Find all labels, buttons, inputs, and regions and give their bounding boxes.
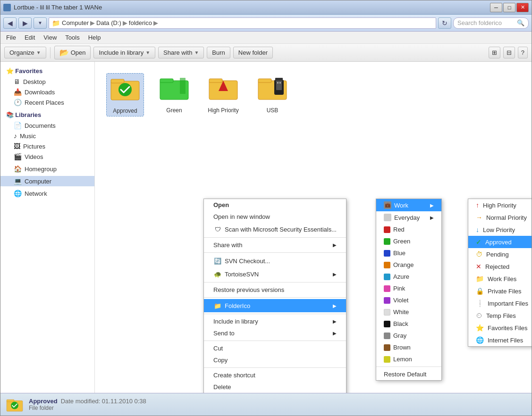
sub-brown[interactable]: Brown: [376, 341, 441, 353]
address-path[interactable]: 📁 Computer ▶ Data (D:) ▶ folderico ▶: [49, 17, 436, 29]
sub-azure[interactable]: Azure: [376, 271, 441, 283]
sub-everyday[interactable]: Everyday ▶: [376, 211, 441, 224]
forward-button[interactable]: ▶: [18, 17, 32, 29]
sub-white[interactable]: White: [376, 306, 441, 318]
back-button[interactable]: ◀: [3, 17, 17, 29]
sidebar-item-music[interactable]: ♪ Music: [0, 131, 94, 141]
sub-blue[interactable]: Blue: [376, 247, 441, 259]
sub-black[interactable]: Black: [376, 318, 441, 330]
pictures-icon: 🖼: [14, 142, 20, 150]
include-library-button[interactable]: Include in library ▼: [93, 47, 155, 58]
ctx-send-to[interactable]: Send to ▶: [204, 327, 346, 339]
sidebar-item-computer[interactable]: 💻 Computer: [0, 176, 94, 186]
folder-usb[interactable]: USB: [253, 73, 291, 116]
share-with-button[interactable]: Share with ▼: [158, 47, 204, 58]
open-button[interactable]: 📂 Open: [54, 46, 91, 59]
ctx-folderico[interactable]: 📁 FolderIco ▶: [204, 299, 346, 312]
title-bar-left: Lortbue - lil lil The taber 1 WANe: [3, 4, 102, 11]
sub2-favorites-files[interactable]: ⭐ Favorites Files: [468, 322, 532, 334]
sub-work[interactable]: 💼 Work ▶: [376, 199, 441, 211]
menu-help[interactable]: Help: [84, 33, 105, 42]
sidebar-item-network[interactable]: 🌐 Network: [0, 188, 94, 199]
path-computer[interactable]: Computer: [62, 19, 89, 26]
ctx-svn-checkout[interactable]: 🔄 SVN Checkout...: [204, 254, 346, 267]
sidebar-item-documents[interactable]: 📄 Documents: [0, 120, 94, 131]
new-folder-button[interactable]: New folder: [233, 47, 273, 58]
sidebar-item-pictures[interactable]: 🖼 Pictures: [0, 141, 94, 151]
menu-view[interactable]: View: [40, 33, 60, 42]
maximize-button[interactable]: □: [503, 3, 515, 12]
path-data[interactable]: Data (D:): [96, 19, 121, 26]
close-button[interactable]: ✕: [516, 3, 529, 12]
pictures-label: Pictures: [23, 143, 45, 150]
sub-pink[interactable]: Pink: [376, 283, 441, 294]
window: Lortbue - lil lil The taber 1 WANe ─ □ ✕…: [0, 0, 532, 416]
sidebar-item-desktop[interactable]: 🖥 Desktop: [0, 76, 94, 87]
svg-rect-10: [258, 79, 271, 83]
send-to-submenu-arrow: ▶: [333, 331, 337, 336]
pink-dot: [384, 285, 390, 292]
svg-rect-13: [276, 81, 282, 90]
svg-rect-1: [111, 79, 124, 83]
sub-lemon[interactable]: Lemon: [376, 353, 441, 365]
low-priority-icon: ↓: [476, 226, 479, 233]
burn-button[interactable]: Burn: [207, 47, 230, 58]
folder-approved-label: Approved: [113, 108, 137, 114]
app-icon: [3, 4, 11, 11]
organize-button[interactable]: Organize ▼: [4, 47, 46, 58]
folder-green[interactable]: Green: [155, 73, 193, 116]
sub-restore-default[interactable]: Restore Default: [376, 368, 441, 380]
sub2-important-files[interactable]: ❕ Important Files: [468, 297, 532, 309]
sub-gray[interactable]: Gray: [376, 330, 441, 341]
sub-violet[interactable]: Violet: [376, 294, 441, 306]
minimize-button[interactable]: ─: [490, 3, 502, 12]
internet-files-icon: 🌐: [476, 336, 484, 344]
sub-green[interactable]: Green: [376, 235, 441, 247]
view-options-button[interactable]: ⊞: [489, 47, 500, 58]
sub2-normal-priority[interactable]: → Normal Priority: [468, 211, 532, 224]
sidebar-item-downloads[interactable]: 📥 Downloads: [0, 87, 94, 97]
path-folderico[interactable]: folderico: [129, 19, 152, 26]
sub2-work-files[interactable]: 📁 Work Files: [468, 273, 532, 285]
ctx-scan[interactable]: 🛡 Scan with Microsoft Security Essential…: [204, 223, 346, 236]
sub2-approved[interactable]: ✓ Approved: [468, 236, 532, 248]
ctx-restore-versions[interactable]: Restore previous versions: [204, 284, 346, 296]
ctx-tortoisesvn[interactable]: 🐢 TortoiseSVN ▶: [204, 267, 346, 281]
ctx-include-library[interactable]: Include in library ▶: [204, 316, 346, 327]
menu-edit[interactable]: Edit: [21, 33, 39, 42]
sub-orange[interactable]: Orange: [376, 259, 441, 271]
ctx-sep-5: [204, 314, 346, 314]
sub2-internet-files[interactable]: 🌐 Internet Files: [468, 334, 532, 346]
folder-approved[interactable]: Approved: [106, 73, 144, 116]
menu-file[interactable]: File: [2, 33, 20, 42]
sub2-high-priority[interactable]: ↑ High Priority: [468, 199, 532, 211]
ctx-open[interactable]: Open: [204, 199, 346, 211]
sub2-private-files[interactable]: 🔒 Private Files: [468, 285, 532, 297]
ctx-copy[interactable]: Copy: [204, 354, 346, 366]
sidebar-item-videos[interactable]: 🎬 Videos: [0, 151, 94, 162]
folder-green-label: Green: [166, 107, 182, 114]
sub2-temp-files[interactable]: ⏲ Temp Files: [468, 309, 532, 322]
sub2-rejected[interactable]: ✕ Rejected: [468, 260, 532, 273]
ctx-open-new-window[interactable]: Open in new window: [204, 211, 346, 223]
help-button[interactable]: ?: [518, 47, 528, 58]
sub2-low-priority[interactable]: ↓ Low Priority: [468, 224, 532, 236]
favorites-heading[interactable]: ⭐ Favorites: [0, 66, 94, 76]
ctx-share-with[interactable]: Share with ▶: [204, 239, 346, 251]
refresh-button[interactable]: ↻: [438, 17, 451, 29]
sidebar-item-recent[interactable]: 🕐 Recent Places: [0, 97, 94, 108]
menu-tools[interactable]: Tools: [61, 33, 83, 42]
toolbar: Organize ▼ 📂 Open Include in library ▼ S…: [0, 44, 532, 62]
sub2-pending[interactable]: ⏱ Pending: [468, 248, 532, 260]
ctx-delete[interactable]: Delete: [204, 381, 346, 393]
red-dot: [384, 226, 390, 233]
sub-red[interactable]: Red: [376, 224, 441, 235]
ctx-cut[interactable]: Cut: [204, 342, 346, 354]
ctx-create-shortcut[interactable]: Create shortcut: [204, 369, 346, 381]
up-button[interactable]: ▼: [34, 17, 47, 29]
sidebar-item-homegroup[interactable]: 🏠 Homegroup: [0, 164, 94, 174]
folder-high-priority[interactable]: High Priority: [204, 73, 242, 116]
libraries-heading[interactable]: 📚 Libraries: [0, 109, 94, 120]
search-box[interactable]: Search folderico 🔍: [453, 17, 529, 29]
preview-button[interactable]: ⊟: [503, 47, 515, 58]
